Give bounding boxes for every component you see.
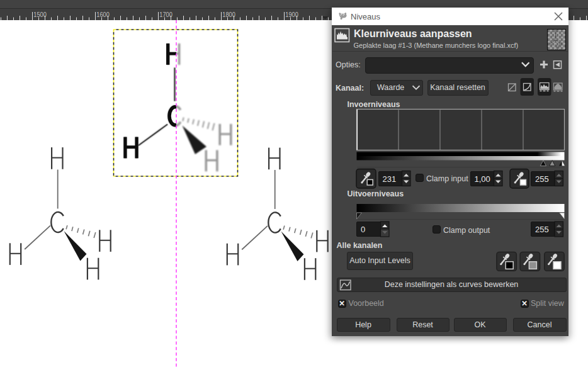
svg-text:C: C	[554, 37, 557, 42]
svg-text:1800: 1800	[222, 11, 235, 18]
svg-text:1500: 1500	[33, 11, 47, 18]
svg-text:H: H	[557, 45, 560, 49]
svg-text:H: H	[560, 42, 563, 46]
svg-text:1600: 1600	[96, 11, 110, 18]
svg-text:H: H	[548, 42, 551, 46]
svg-text:H: H	[554, 28, 557, 33]
svg-text:1700: 1700	[159, 11, 172, 18]
svg-text:1900: 1900	[285, 11, 298, 18]
